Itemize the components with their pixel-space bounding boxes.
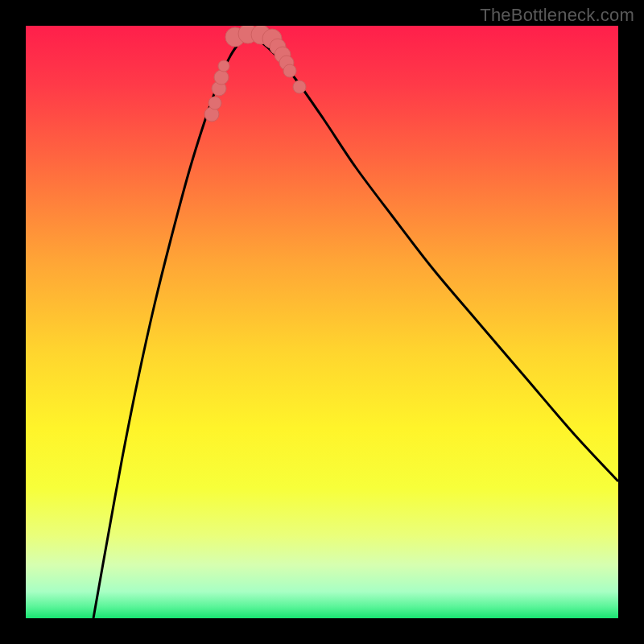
curve-markers — [204, 26, 306, 122]
curve-right — [247, 33, 618, 481]
watermark-text: TheBottleneck.com — [480, 5, 634, 26]
curve-marker — [208, 97, 221, 109]
curve-marker — [283, 64, 296, 77]
curve-left — [93, 33, 247, 618]
plot-frame — [26, 26, 618, 618]
curve-marker — [214, 70, 229, 85]
curve-marker — [218, 60, 229, 72]
curve-marker — [293, 80, 306, 93]
chart-canvas — [26, 26, 618, 618]
